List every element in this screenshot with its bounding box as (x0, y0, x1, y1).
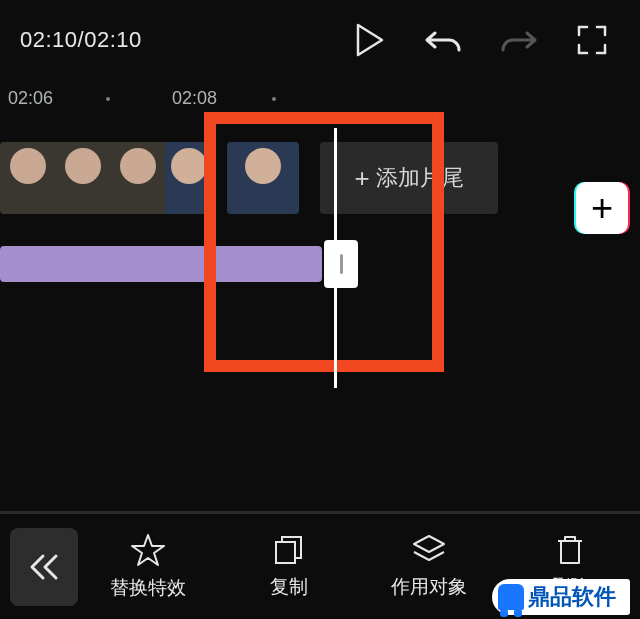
video-clip-main[interactable] (0, 142, 212, 214)
ruler-tick (106, 97, 110, 101)
chevron-double-left-icon (27, 552, 61, 582)
timeline-area[interactable]: + 添加片尾 (0, 128, 640, 388)
playhead[interactable] (334, 128, 337, 388)
redo-button[interactable] (486, 8, 550, 72)
undo-button[interactable] (412, 8, 476, 72)
timecode-display: 02:10/02:10 (20, 27, 142, 53)
ruler-mark: 02:08 (172, 88, 217, 109)
brand-watermark-text: 鼎品软件 (528, 582, 616, 612)
tool-label: 作用对象 (391, 574, 467, 600)
redo-icon (499, 25, 537, 55)
tool-replace-effect[interactable]: 替换特效 (78, 533, 219, 601)
tool-label: 替换特效 (110, 575, 186, 601)
ruler-tick (272, 97, 276, 101)
copy-icon (273, 534, 305, 566)
layers-icon (412, 534, 446, 566)
clip-thumbnail (0, 142, 55, 214)
ruler-mark: 02:06 (8, 88, 53, 109)
svg-rect-0 (276, 542, 295, 563)
undo-icon (425, 25, 463, 55)
play-button[interactable] (338, 8, 402, 72)
play-icon (355, 23, 385, 57)
plus-icon: + (591, 189, 613, 227)
tool-copy[interactable]: 复制 (219, 534, 360, 600)
add-fab-button[interactable]: + (576, 182, 628, 234)
tool-target[interactable]: 作用对象 (359, 534, 500, 600)
brand-logo-icon (498, 584, 524, 610)
expand-icon (577, 25, 607, 55)
toolbar-back-button[interactable] (10, 528, 78, 606)
player-top-bar: 02:10/02:10 (0, 0, 640, 80)
tutorial-highlight-box (204, 112, 444, 372)
clip-thumbnail (110, 142, 165, 214)
tool-label: 复制 (270, 574, 308, 600)
fullscreen-button[interactable] (560, 8, 624, 72)
clip-thumbnail (55, 142, 110, 214)
brand-watermark: 鼎品软件 (492, 579, 630, 615)
trash-icon (555, 534, 585, 566)
star-icon (131, 533, 165, 567)
